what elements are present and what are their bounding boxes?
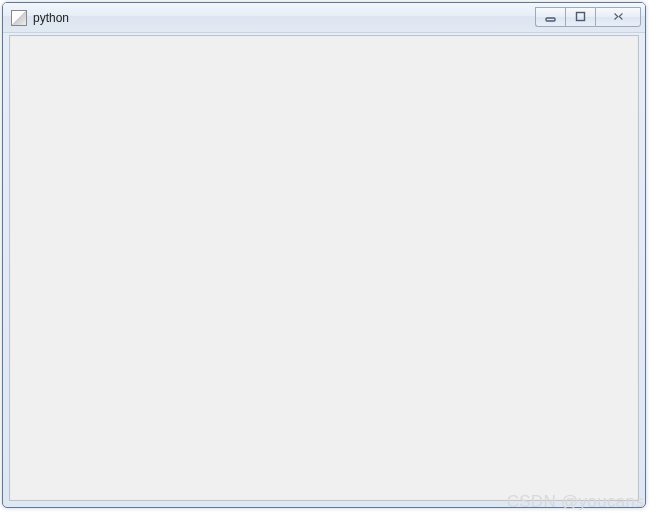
application-window: python xyxy=(2,2,646,508)
svg-rect-1 xyxy=(577,13,585,21)
svg-rect-0 xyxy=(546,18,555,21)
app-icon xyxy=(11,10,27,26)
maximize-icon xyxy=(575,11,586,22)
close-button[interactable] xyxy=(595,7,641,27)
window-title: python xyxy=(33,10,535,26)
client-area xyxy=(9,35,639,501)
close-icon xyxy=(612,11,625,22)
titlebar[interactable]: python xyxy=(3,3,645,33)
maximize-button[interactable] xyxy=(565,7,595,27)
minimize-button[interactable] xyxy=(535,7,565,27)
minimize-icon xyxy=(545,11,556,22)
window-controls xyxy=(535,7,641,27)
